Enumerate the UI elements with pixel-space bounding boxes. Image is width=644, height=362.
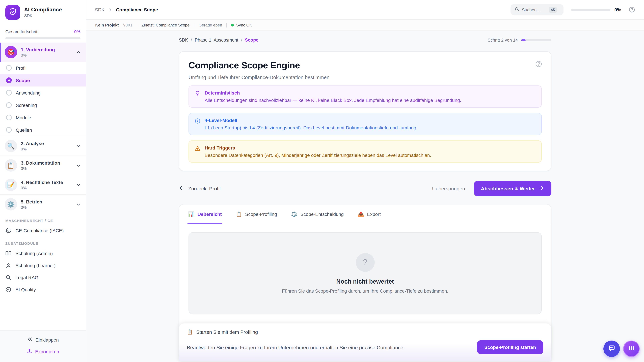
sidebar-phase-betrieb[interactable]: ⚙️ 5. Betrieb 0% — [0, 194, 86, 214]
last-activity: Zuletzt: Compliance Scope — [142, 23, 190, 27]
upload-icon — [27, 348, 32, 355]
sidebar-step-profil[interactable]: Profil — [0, 62, 86, 74]
empty-state-description: Führen Sie das Scope-Profiling durch, um… — [282, 288, 448, 294]
wizard-nav: Zurueck: Profil Ueberspringen Abschliess… — [179, 181, 552, 196]
sidebar-item-ai-quality[interactable]: AI Quality — [0, 284, 86, 296]
sidebar-step-anwendung[interactable]: Anwendung — [0, 86, 86, 99]
info-box-title: Hard Triggers — [204, 145, 431, 150]
tab-bar: 📊 Uebersicht 📋 Scope-Profiling ⚖️ Scope-… — [179, 204, 551, 224]
search-input[interactable] — [522, 7, 546, 12]
sidebar-phase-vorbereitung[interactable]: 🎯 1. Vorbereitung 0% — [0, 42, 86, 62]
tab-panel-uebersicht: ? Noch nicht bewertet Führen Sie das Sco… — [179, 224, 551, 361]
sidebar-item-ce-compliance[interactable]: CE-Compliance (IACE) — [0, 225, 86, 237]
radio-icon — [6, 65, 12, 71]
memo-icon: 📝 — [5, 179, 17, 191]
info-box-deterministisch: Deterministisch Alle Entscheidungen sind… — [188, 85, 542, 108]
tab-uebersicht[interactable]: 📊 Uebersicht — [188, 204, 222, 224]
outbox-icon: 📤 — [358, 211, 364, 217]
sidebar-phase-analyse[interactable]: 🔍 2. Analyse 0% — [0, 136, 86, 156]
sidebar-phase-dokumentation[interactable]: 📋 3. Dokumentation 0% — [0, 156, 86, 175]
check-circle-icon — [5, 287, 12, 293]
sidebar: AI Compliance SDK Gesamtfortschritt 0% 🎯… — [0, 0, 86, 362]
question-mark-badge: ? — [356, 253, 374, 272]
search-box[interactable]: ⌘K — [510, 4, 564, 15]
crumb-phase[interactable]: Phase 1: Assessment — [195, 37, 238, 42]
tab-export[interactable]: 📤 Export — [357, 204, 381, 224]
step-label: Anwendung — [16, 90, 40, 95]
gear-icon: ⚙️ — [5, 198, 17, 211]
step-label: Profil — [16, 65, 26, 70]
person-icon — [5, 263, 12, 269]
chevron-up-icon — [76, 49, 81, 55]
sidebar-step-screening[interactable]: Screening — [0, 99, 86, 111]
main-area: SDK Compliance Scope ⌘K 0% — [86, 0, 644, 362]
phase-pct: 0% — [21, 205, 72, 210]
phase-pct: 0% — [21, 186, 72, 190]
arrow-right-icon — [538, 185, 544, 192]
overall-progress-label: Gesamtfortschritt — [5, 29, 38, 34]
info-box-title: Deterministisch — [204, 90, 461, 95]
cta-title: Starten Sie mit dem Profiling — [196, 329, 258, 335]
overall-progress-bar — [5, 37, 80, 39]
sidebar-item-legal-rag[interactable]: Legal RAG — [0, 272, 86, 284]
overall-progress: Gesamtfortschritt 0% — [0, 25, 86, 42]
version-badge: V001 — [123, 23, 132, 27]
shield-check-icon — [9, 8, 17, 17]
shortcut-badge: ⌘K — [549, 7, 557, 12]
panels-fab[interactable] — [623, 341, 640, 357]
target-icon: 🎯 — [5, 46, 17, 58]
step-progress-bar — [521, 39, 552, 41]
sidebar-step-quellen[interactable]: Quellen — [0, 124, 86, 136]
chevron-down-icon — [76, 143, 81, 149]
collapse-sidebar-button[interactable]: Einklappen — [0, 334, 86, 346]
sidebar-item-schulung-learner[interactable]: Schulung (Learner) — [0, 259, 86, 272]
section-label-maschinenrecht: MASCHINENRECHT / CE — [0, 214, 86, 225]
header-progress-bar — [571, 9, 610, 11]
help-icon[interactable] — [535, 60, 542, 69]
sidebar-phase-rechtliche-texte[interactable]: 📝 4. Rechtliche Texte 0% — [0, 175, 86, 194]
breadcrumb-root[interactable]: SDK — [95, 7, 105, 12]
sidebar-footer: Einklappen Exportieren — [0, 330, 86, 362]
back-button[interactable]: Zurueck: Profil — [179, 185, 220, 192]
tab-scope-profiling[interactable]: 📋 Scope-Profiling — [235, 204, 278, 224]
app-root: AI Compliance SDK Gesamtfortschritt 0% 🎯… — [0, 0, 644, 362]
export-button[interactable]: Exportieren — [0, 346, 86, 357]
crumb-root[interactable]: SDK — [179, 37, 188, 42]
breadcrumb: SDK Compliance Scope — [95, 7, 158, 12]
export-label: Exportieren — [35, 349, 59, 354]
breadcrumb-separator: / — [241, 37, 242, 42]
sidebar-step-module[interactable]: Module — [0, 111, 86, 124]
sidebar-header: AI Compliance SDK — [0, 0, 86, 25]
step-label: Schritt 2 von 14 — [488, 37, 518, 42]
complete-next-button[interactable]: Abschliessen & Weiter — [474, 181, 552, 196]
radio-icon — [6, 102, 12, 108]
tab-scope-entscheidung[interactable]: ⚖️ Scope-Entscheidung — [290, 204, 344, 224]
sidebar-item-label: Schulung (Learner) — [16, 263, 56, 268]
info-box-hard-triggers: Hard Triggers Besondere Datenkategorien … — [188, 140, 542, 163]
start-profiling-button[interactable]: Scope-Profiling starten — [477, 340, 544, 354]
tab-label: Scope-Entscheidung — [300, 212, 344, 217]
chat-fab[interactable] — [604, 341, 620, 357]
sidebar-item-label: AI Quality — [16, 287, 36, 292]
skip-button[interactable]: Ueberspringen — [432, 186, 465, 191]
content-scroll[interactable]: SDK / Phase 1: Assessment / Scope Schrit… — [86, 31, 644, 362]
header-progress-value: 0% — [614, 7, 621, 12]
step-label: Module — [16, 115, 31, 120]
phase-label: 4. Rechtliche Texte — [21, 179, 72, 185]
info-box-title: 4-Level-Modell — [204, 118, 418, 123]
overall-progress-value: 0% — [74, 29, 80, 34]
section-label-zusatzmodule: ZUSATZMODULE — [0, 237, 86, 247]
clipboard-icon: 📋 — [5, 159, 17, 172]
bar-chart-icon: 📊 — [188, 211, 194, 217]
sidebar-item-label: CE-Compliance (IACE) — [16, 228, 64, 233]
project-name: Kein Projekt — [95, 23, 119, 27]
step-label: Screening — [16, 102, 37, 108]
help-icon[interactable] — [628, 6, 635, 13]
sidebar-item-schulung-admin[interactable]: Schulung (Admin) — [0, 247, 86, 259]
radio-icon — [6, 90, 12, 95]
sidebar-step-scope[interactable]: Scope — [0, 74, 86, 86]
divider — [194, 23, 194, 27]
columns-icon — [628, 345, 635, 353]
back-label: Zurueck: Profil — [188, 186, 220, 191]
sync-status: Sync OK — [236, 23, 252, 27]
